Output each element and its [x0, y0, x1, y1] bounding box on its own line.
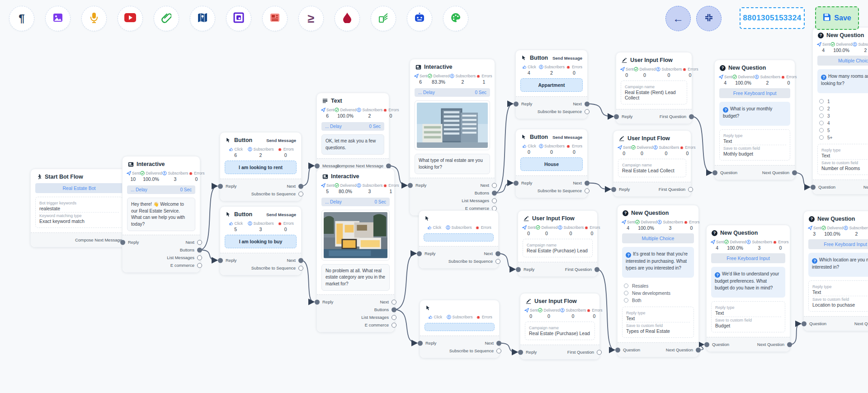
choice-button[interactable]: [425, 323, 495, 331]
node-button-house-buy[interactable]: Click Subscribers Errors Reply Next Subs…: [420, 300, 500, 358]
port-dot-reply[interactable]: [614, 114, 619, 119]
list-message-element-button[interactable]: [262, 6, 288, 31]
phone-number-field[interactable]: 8801305153324: [740, 7, 805, 29]
question-type-button[interactable]: Multiple Choice: [817, 56, 868, 66]
node-button-appartment[interactable]: Button Send Message Click4 Subscribers2 …: [515, 50, 588, 119]
port-dot-reply[interactable]: [418, 341, 423, 346]
choice-button[interactable]: [424, 233, 494, 241]
port-dot-reply[interactable]: [218, 258, 223, 263]
port-dot-next[interactable]: [495, 251, 500, 256]
port-dot-reply[interactable]: [514, 180, 519, 185]
choice-button[interactable]: I am looking to rent: [225, 161, 297, 174]
steps-element-button[interactable]: [371, 6, 396, 31]
node-user-input-flow-purchase-b[interactable]: User Input Flow Sent0 Delivered0 Subscri…: [520, 293, 600, 360]
port-dot-buttons[interactable]: [492, 190, 497, 195]
delay-bar[interactable]: ... Delay0 Sec: [127, 185, 195, 194]
port-dot-first-question[interactable]: [688, 187, 693, 192]
port-dot-question[interactable]: [704, 342, 709, 347]
node-button-rent[interactable]: Button Send Message Click6 Subscribers2 …: [220, 132, 302, 201]
port-dot-next[interactable]: [298, 184, 303, 189]
port-dot-subscribe[interactable]: [495, 259, 500, 264]
choice-button[interactable]: Appartment: [520, 78, 583, 92]
location-element-button[interactable]: [190, 6, 215, 31]
question-type-button[interactable]: Free Keyboard Input: [808, 239, 868, 249]
radio-button[interactable]: [819, 121, 824, 125]
port-dot-subscribe[interactable]: [585, 109, 590, 114]
node-text[interactable]: Text Sent6 Delivered100.0% Subscribers2 …: [316, 93, 389, 173]
choice-button[interactable]: House: [520, 157, 583, 171]
fit-view-button[interactable]: [696, 6, 722, 31]
delay-bar[interactable]: ... Delay0 Sec: [321, 122, 384, 131]
port-dot-subscribe[interactable]: [298, 265, 303, 270]
port-dot-question[interactable]: [802, 321, 807, 326]
port-dot-reply[interactable]: [315, 299, 320, 304]
node-interactive-rent[interactable]: Interactive Sent6 Delivered83.3% Subscri…: [410, 59, 495, 216]
port-dot-first-question[interactable]: [689, 114, 694, 119]
port-dot-question[interactable]: [712, 170, 717, 175]
port-dot-list-messages[interactable]: [197, 255, 202, 260]
node-button-apartment-buy[interactable]: Click Subscribers Errors Reply Next Subs…: [419, 210, 499, 269]
question-type-button[interactable]: Free Keyboard Input: [711, 253, 785, 263]
port-dot-question[interactable]: [615, 347, 620, 352]
port-dot-reply[interactable]: [408, 183, 413, 188]
node-new-question-types[interactable]: ? New Question Sent4 Delivered100.0% Sub…: [617, 205, 699, 357]
port-dot-next[interactable]: [197, 240, 202, 245]
delay-bar[interactable]: ... Delay0 Sec: [415, 88, 490, 97]
radio-button[interactable]: [624, 291, 628, 295]
port-dot-ecommerce[interactable]: [197, 263, 202, 268]
attachment-element-button[interactable]: [154, 6, 179, 31]
port-dot-question[interactable]: [811, 185, 816, 189]
sequence-element-button[interactable]: ≥: [298, 6, 324, 31]
question-type-button[interactable]: Multiple Choice: [622, 233, 694, 243]
interactive-element-button[interactable]: [226, 6, 251, 31]
port-dot-subscribe[interactable]: [298, 191, 303, 196]
port-dot-next[interactable]: [298, 258, 303, 263]
text-element-button[interactable]: ¶: [9, 6, 34, 31]
port-dot-next-question[interactable]: [792, 170, 797, 175]
port-dot-next[interactable]: [585, 180, 590, 185]
port-dot-list-messages[interactable]: [392, 315, 396, 320]
port-dot-first-question[interactable]: [594, 267, 599, 272]
node-user-input-flow-rent[interactable]: User Input Flow Sent0 Delivered0 Subscri…: [616, 52, 692, 124]
radio-button[interactable]: [819, 135, 824, 140]
port-dot-compose[interactable]: [386, 163, 391, 168]
node-start-bot-flow[interactable]: Start Bot Flow Real Estate Bot Bot trigg…: [30, 169, 128, 247]
port-dot-first-question[interactable]: [597, 350, 602, 355]
radio-button[interactable]: [819, 99, 824, 104]
audio-element-button[interactable]: [81, 6, 107, 31]
node-interactive-buy[interactable]: Interactive Sent5 Delivered80.0% Subscri…: [316, 168, 395, 332]
port-dot-subscribe[interactable]: [496, 348, 501, 353]
video-element-button[interactable]: [118, 6, 143, 31]
port-dot-next[interactable]: [585, 101, 590, 106]
choice-button[interactable]: I am looking to buy: [225, 235, 297, 248]
port-dot-next-question[interactable]: [696, 347, 701, 352]
port-dot-next-question[interactable]: [787, 342, 792, 347]
bot-name-button[interactable]: Real Estate Bot: [35, 183, 123, 193]
port-dot-reply[interactable]: [518, 350, 523, 355]
bot-element-button[interactable]: [407, 6, 432, 31]
back-button[interactable]: ←: [665, 6, 691, 31]
delay-bar[interactable]: ... Delay0 Sec: [321, 198, 390, 206]
port-dot-reply[interactable]: [417, 251, 422, 256]
image-element-button[interactable]: [45, 6, 71, 31]
port-dot-list-messages[interactable]: [492, 198, 497, 203]
port-dot-buttons[interactable]: [197, 247, 202, 252]
drip-element-button[interactable]: [335, 6, 360, 31]
port-dot-next[interactable]: [492, 183, 497, 188]
port-dot-subscribe[interactable]: [585, 188, 590, 193]
node-user-input-flow-lead[interactable]: User Input Flow Sent0 Delivered0 Subscri…: [613, 130, 691, 197]
node-interactive-welcome[interactable]: Interactive Sent10 Delivered100.0% Subsc…: [122, 156, 200, 273]
port-dot-reply[interactable]: [120, 240, 125, 245]
node-new-question-location[interactable]: ? New Question Sent3 Delivered100.0% Sub…: [803, 211, 868, 331]
radio-button[interactable]: [819, 128, 824, 133]
port-dot-reply[interactable]: [218, 184, 223, 189]
question-type-button[interactable]: Free Keyboard Input: [719, 88, 790, 98]
port-dot-reply[interactable]: [516, 267, 521, 272]
radio-button[interactable]: [819, 106, 824, 111]
port-dot-next[interactable]: [496, 341, 501, 346]
node-new-question-budget[interactable]: ? New Question Sent4 Delivered100.0% Sub…: [706, 225, 790, 352]
port-dot-next[interactable]: [392, 299, 396, 304]
port-dot-message[interactable]: [315, 163, 320, 168]
port-dot-buttons[interactable]: [392, 307, 396, 312]
node-user-input-flow-purchase-a[interactable]: User Input Flow Sent0 Delivered0 Subscri…: [518, 210, 598, 277]
